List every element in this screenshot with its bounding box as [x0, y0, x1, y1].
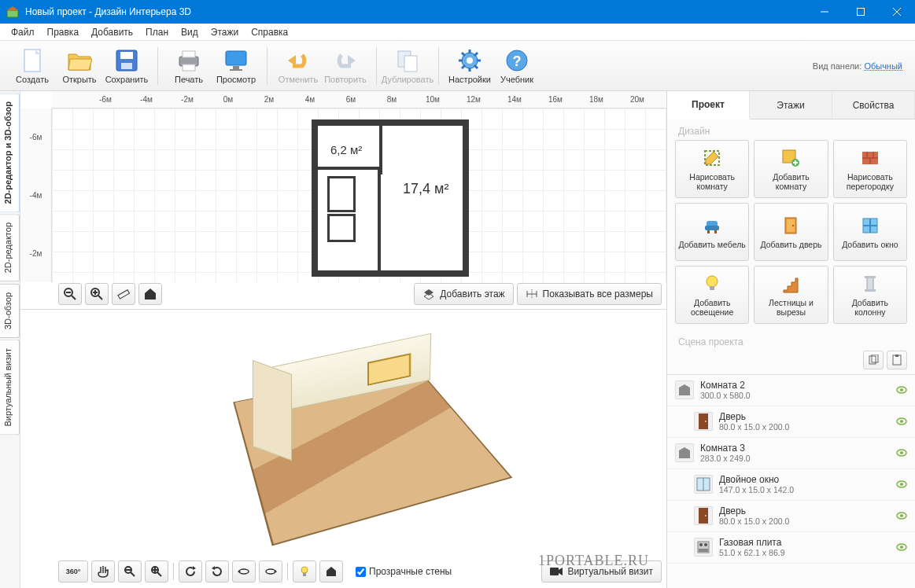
side-tab-3d[interactable]: 3D-обзор: [0, 284, 20, 338]
tutorial-button[interactable]: ?Учебник: [494, 44, 540, 88]
save-icon: [114, 48, 139, 73]
object-list[interactable]: Комната 2300.0 x 580.0Дверь80.0 x 15.0 x…: [667, 374, 915, 588]
tab-properties[interactable]: Свойства: [832, 91, 915, 119]
add-room-button[interactable]: Добавить комнату: [754, 140, 828, 198]
draw-room-button[interactable]: Нарисовать комнату: [675, 140, 749, 198]
tilt-left-button[interactable]: [232, 560, 256, 582]
door-icon: [780, 215, 802, 237]
svg-rect-98: [699, 413, 708, 429]
room-icon: [675, 380, 694, 399]
list-item[interactable]: Газовая плита51.0 x 62.1 x 86.9: [667, 532, 915, 564]
home-button[interactable]: [138, 283, 162, 305]
chair-icon: [701, 215, 723, 237]
save-button[interactable]: Сохранить: [104, 44, 149, 88]
undo-icon: [286, 48, 311, 73]
scene-paste-button[interactable]: [887, 351, 907, 369]
ruler-button[interactable]: [112, 283, 135, 305]
rotate-ccw-button[interactable]: [179, 560, 202, 582]
menu-floors[interactable]: Этажи: [205, 25, 245, 39]
add-window-button[interactable]: Добавить окно: [833, 203, 907, 261]
preview-button[interactable]: Просмотр: [213, 44, 259, 88]
ruler-horizontal: -6м-4м-2м0м2м4м6м8м10м12м14м16м18м20м: [52, 91, 666, 108]
svg-point-99: [705, 421, 707, 422]
visibility-icon[interactable]: [896, 447, 907, 458]
add-door-button[interactable]: Добавить дверь: [754, 203, 828, 261]
svg-point-59: [266, 569, 275, 574]
stairs-cutouts-button[interactable]: Лестницы и вырезы: [754, 266, 828, 324]
redo-button[interactable]: Повторить: [323, 44, 368, 88]
menu-file[interactable]: Файл: [5, 25, 41, 39]
visibility-icon[interactable]: [896, 510, 907, 521]
list-item[interactable]: Комната 2300.0 x 580.0: [667, 375, 915, 406]
scene-copy-button[interactable]: [863, 351, 884, 369]
new-button[interactable]: Создать: [9, 44, 55, 88]
close-button[interactable]: [879, 0, 915, 24]
duplicate-button[interactable]: Дублировать: [385, 44, 430, 88]
svg-rect-94: [895, 355, 898, 357]
list-item[interactable]: Двойное окно147.0 x 15.0 x 142.0: [667, 469, 915, 501]
show-dimensions-button[interactable]: Показывать все размеры: [517, 283, 662, 305]
view3d-canvas[interactable]: [58, 316, 660, 557]
side-tab-2d3d[interactable]: 2D-редактор и 3D-обзор: [0, 93, 20, 212]
svg-rect-15: [233, 66, 239, 69]
room-hall[interactable]: [312, 167, 381, 277]
side-tab-2d[interactable]: 2D-редактор: [0, 214, 20, 281]
add-column-button[interactable]: Добавить колонну: [833, 266, 907, 324]
pan-button[interactable]: [91, 560, 115, 582]
menu-help[interactable]: Справка: [245, 25, 294, 39]
open-button[interactable]: Открыть: [57, 44, 102, 88]
tab-project[interactable]: Проект: [667, 91, 750, 119]
draw-partition-button[interactable]: Нарисовать перегородку: [833, 140, 907, 198]
orbit-360-button[interactable]: 360°: [58, 560, 88, 582]
tab-floors[interactable]: Этажи: [750, 91, 832, 119]
design-buttons-grid: Нарисовать комнату Добавить комнату Нари…: [667, 140, 915, 330]
svg-point-108: [900, 483, 903, 486]
zoom-in-button[interactable]: [85, 283, 109, 305]
visibility-icon[interactable]: [896, 542, 907, 553]
room-big[interactable]: 17,4 м²: [374, 119, 469, 277]
add-floor-button[interactable]: Добавить этаж: [414, 283, 513, 305]
menu-plan[interactable]: План: [139, 25, 175, 39]
zoom-in-3d-button[interactable]: [145, 560, 168, 582]
menu-view[interactable]: Вид: [175, 25, 205, 39]
visibility-icon[interactable]: [896, 384, 907, 395]
svg-rect-62: [303, 573, 306, 576]
zoom-out-3d-button[interactable]: [118, 560, 142, 582]
visibility-icon[interactable]: [896, 416, 907, 427]
side-tab-vr[interactable]: Виртуальный визит: [0, 340, 20, 435]
svg-point-22: [467, 57, 473, 64]
tilt-right-button[interactable]: [259, 560, 282, 582]
object-name: Дверь: [719, 505, 789, 516]
door-icon: [694, 506, 713, 525]
printer-icon: [176, 48, 201, 73]
window-title: Новый проект - Дизайн Интерьера 3D: [25, 6, 806, 17]
transparent-walls-checkbox[interactable]: Прозрачные стены: [356, 566, 452, 577]
svg-point-97: [900, 388, 903, 391]
panel-mode-link[interactable]: Обычный: [864, 61, 902, 71]
add-furniture-button[interactable]: Добавить мебель: [675, 203, 749, 261]
menu-edit[interactable]: Правка: [41, 25, 86, 39]
svg-rect-109: [699, 508, 708, 524]
print-button[interactable]: Печать: [166, 44, 212, 88]
list-item[interactable]: Дверь80.0 x 15.0 x 200.0: [667, 501, 915, 532]
settings-button[interactable]: Настройки: [447, 44, 493, 88]
window-icon: [694, 475, 713, 494]
undo-button[interactable]: Отменить: [275, 44, 321, 88]
svg-rect-116: [699, 549, 708, 552]
folder-icon: [67, 48, 92, 73]
rotate-cw-button[interactable]: [205, 560, 229, 582]
visibility-icon[interactable]: [896, 479, 907, 490]
add-lighting-button[interactable]: Добавить освещение: [675, 266, 749, 324]
menu-add[interactable]: Добавить: [85, 25, 139, 39]
redo-icon: [333, 48, 358, 73]
list-item[interactable]: Дверь80.0 x 15.0 x 200.0: [667, 406, 915, 438]
light-button[interactable]: [293, 560, 316, 582]
home-3d-button[interactable]: [319, 560, 343, 582]
svg-point-118: [900, 546, 903, 549]
minimize-button[interactable]: [806, 0, 843, 24]
maximize-button[interactable]: [843, 0, 879, 24]
svg-point-114: [699, 543, 703, 546]
plan-canvas[interactable]: 17,4 м² 6,2 м²: [52, 108, 666, 282]
list-item[interactable]: Комната 3283.0 x 249.0: [667, 438, 915, 469]
zoom-out-button[interactable]: [58, 283, 82, 305]
